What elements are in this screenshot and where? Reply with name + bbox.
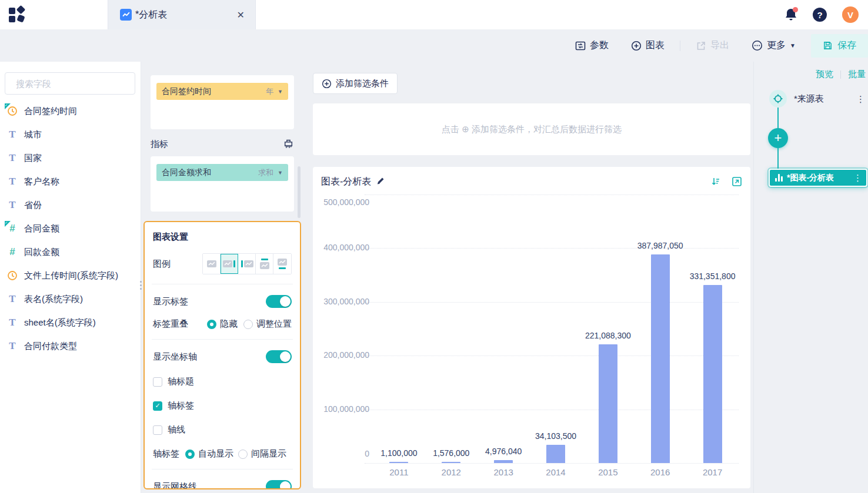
plus-circle-icon	[631, 41, 642, 51]
field-row[interactable]: T合同付款类型	[0, 334, 141, 358]
top-right-icons: ? V	[784, 0, 859, 29]
legend-position-none[interactable]	[203, 254, 221, 274]
field-label: sheet名(系统字段)	[24, 317, 96, 328]
bar-2016[interactable]	[651, 254, 670, 463]
chevron-down-icon[interactable]: ▼	[278, 89, 283, 95]
avatar[interactable]: V	[842, 6, 859, 23]
legend-position-bottom[interactable]	[273, 254, 291, 274]
gridline	[365, 356, 739, 356]
notifications-bell-icon[interactable]	[784, 8, 797, 22]
field-row[interactable]: 合同签约时间	[0, 99, 141, 123]
tab-analysis-sheet[interactable]: *分析表 ✕	[108, 0, 256, 29]
field-row[interactable]: T表名(系统字段)	[0, 287, 141, 311]
metric-pill[interactable]: 合同金额求和 求和 ▼	[156, 164, 288, 181]
notification-dot	[793, 7, 798, 12]
legend-position-top[interactable]	[256, 254, 273, 274]
y-axis-tick-label: 500,000,000	[316, 197, 369, 207]
bar-2014[interactable]	[546, 445, 565, 463]
field-row[interactable]: 文件上传时间(系统字段)	[0, 264, 141, 287]
number-field-icon: #	[9, 246, 15, 258]
tab-close-icon[interactable]: ✕	[235, 8, 247, 22]
field-label: 合同签约时间	[24, 106, 77, 117]
bar-2011[interactable]	[389, 462, 408, 463]
legend-position-right[interactable]	[221, 254, 238, 274]
axis-title-checkbox[interactable]: ✓	[153, 377, 162, 387]
legend-position-left[interactable]	[238, 254, 256, 274]
field-label: 文件上传时间(系统字段)	[24, 270, 118, 281]
bar-2013[interactable]	[494, 460, 513, 463]
app-root: *分析表 ✕ ? V 参数 图表 导出 更多 ▼	[0, 0, 868, 493]
field-row[interactable]: T国家	[0, 146, 141, 170]
batch-link[interactable]: 批量	[848, 69, 866, 80]
axis-title-row: ✓ 轴标题	[153, 376, 292, 387]
clear-metrics-icon[interactable]	[283, 139, 294, 150]
overlap-adjust-radio[interactable]	[243, 320, 253, 329]
save-icon	[823, 41, 833, 51]
show-label-toggle[interactable]	[266, 295, 292, 308]
app-logo-icon[interactable]	[8, 6, 26, 24]
field-label: 省份	[24, 200, 42, 211]
export-button[interactable]: 导出	[689, 39, 736, 52]
params-button[interactable]: 参数	[568, 39, 616, 52]
bar-2012[interactable]	[442, 462, 460, 463]
y-axis-tick-label: 400,000,000	[316, 243, 369, 252]
axis-line-checkbox[interactable]: ✓	[153, 425, 162, 435]
bar-2015[interactable]	[599, 344, 617, 463]
bar-value-label: 34,103,500	[509, 431, 603, 441]
gridline	[365, 410, 739, 410]
node-menu-icon[interactable]: ⋮	[856, 95, 864, 103]
label-overlap-row: 标签重叠 隐藏 调整位置	[153, 318, 292, 330]
text-field-icon: T	[9, 129, 15, 140]
axis-label-interval-radio[interactable]	[238, 450, 248, 459]
field-row[interactable]: Tsheet名(系统字段)	[0, 311, 141, 334]
field-list: 合同签约时间T城市T国家T客户名称T省份#合同金额#回款金额文件上传时间(系统字…	[0, 99, 141, 358]
field-row[interactable]: #回款金额	[0, 240, 141, 264]
field-used-badge	[5, 221, 11, 227]
sidebar-resize-handle[interactable]	[138, 275, 143, 295]
preview-link[interactable]: 预览	[816, 69, 833, 80]
editor-toolbar: 参数 图表 导出 更多 ▼ 保存	[568, 32, 868, 59]
show-axis-toggle[interactable]	[266, 350, 292, 363]
bar-2017[interactable]	[703, 285, 722, 463]
config-scrollbar-thumb[interactable]	[298, 166, 301, 218]
show-grid-toggle[interactable]	[266, 480, 292, 489]
more-button[interactable]: 更多 ▼	[745, 39, 803, 52]
legend-row: 图例	[153, 253, 292, 274]
search-input[interactable]	[16, 79, 133, 89]
axis-label-checkbox[interactable]: ✓	[153, 401, 162, 411]
add-filter-button[interactable]: 添加筛选条件	[313, 73, 398, 94]
help-icon[interactable]: ?	[813, 8, 827, 22]
label-overlap-label: 标签重叠	[153, 318, 188, 330]
clock-icon	[7, 270, 18, 281]
add-node-button[interactable]: +	[768, 128, 788, 148]
gridline	[365, 463, 739, 464]
chevron-down-icon[interactable]: ▼	[278, 170, 283, 176]
axis-line-label: 轴线	[168, 424, 185, 435]
axis-label-auto-radio[interactable]	[185, 450, 195, 459]
show-grid-label: 显示网格线	[153, 481, 197, 490]
bar-chart-icon	[775, 174, 783, 182]
field-row[interactable]: #合同金额	[0, 217, 141, 240]
dimension-pill-label: 合同签约时间	[162, 86, 266, 97]
axis-label-mode-label: 轴标签	[153, 448, 179, 460]
dimension-pill[interactable]: 合同签约时间 年 ▼	[156, 83, 288, 100]
field-label: 合同付款类型	[24, 341, 77, 352]
bar-chart-plot: 500,000,000400,000,000300,000,000200,000…	[313, 167, 750, 488]
field-row[interactable]: T城市	[0, 123, 141, 146]
text-field-icon: T	[9, 152, 15, 164]
overlap-hide-radio[interactable]	[207, 320, 216, 329]
node-menu-icon[interactable]: ⋮	[853, 173, 862, 182]
field-row[interactable]: T省份	[0, 193, 141, 217]
field-label: 表名(系统字段)	[24, 294, 83, 305]
dimension-unit: 年	[266, 86, 273, 97]
source-table-icon	[769, 90, 787, 108]
field-row[interactable]: T客户名称	[0, 170, 141, 193]
y-axis-tick-label: 300,000,000	[316, 297, 369, 306]
bar-value-label: 331,351,800	[666, 271, 760, 281]
chart-analysis-node[interactable]: *图表-分析表 ⋮	[769, 169, 867, 187]
source-table-node[interactable]: *来源表 ⋮	[769, 89, 864, 108]
overlap-adjust-label: 调整位置	[256, 318, 292, 330]
add-chart-button[interactable]: 图表	[624, 39, 672, 52]
dimension-dropzone: 合同签约时间 年 ▼	[151, 75, 294, 129]
save-button[interactable]: 保存	[811, 34, 868, 58]
